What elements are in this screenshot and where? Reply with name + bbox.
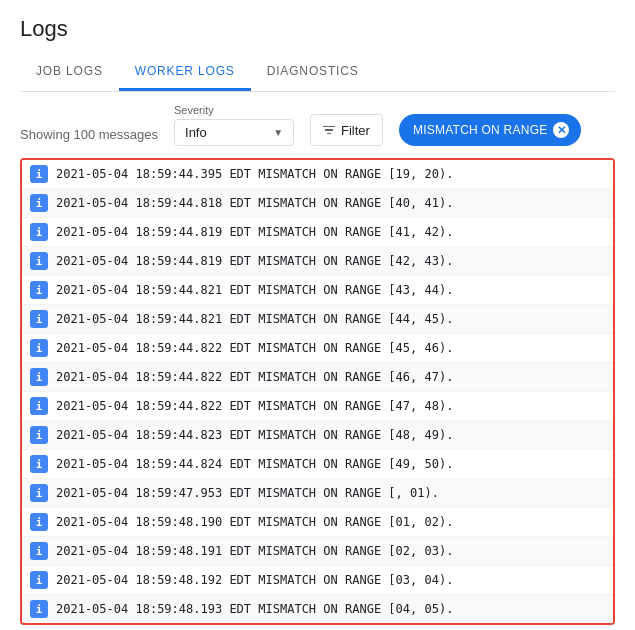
tab-diagnostics[interactable]: DIAGNOSTICS [251,54,375,91]
info-icon: i [30,194,48,212]
log-row: i2021-05-04 18:59:44.824 EDT MISMATCH ON… [22,450,613,479]
log-row: i2021-05-04 18:59:44.819 EDT MISMATCH ON… [22,218,613,247]
mismatch-badge: MISMATCH ON RANGE ✕ [399,114,582,146]
page-header: Logs JOB LOGS WORKER LOGS DIAGNOSTICS [0,0,635,92]
filter-icon [323,126,335,135]
log-row: i2021-05-04 18:59:48.190 EDT MISMATCH ON… [22,508,613,537]
log-entry-text: 2021-05-04 18:59:44.823 EDT MISMATCH ON … [56,428,453,442]
info-icon: i [30,339,48,357]
info-icon: i [30,368,48,386]
severity-label: Severity [174,104,294,116]
log-row: i2021-05-04 18:59:44.819 EDT MISMATCH ON… [22,247,613,276]
log-entry-text: 2021-05-04 18:59:44.818 EDT MISMATCH ON … [56,196,453,210]
info-icon: i [30,252,48,270]
log-entry-text: 2021-05-04 18:59:44.822 EDT MISMATCH ON … [56,341,453,355]
info-icon: i [30,165,48,183]
log-entry-text: 2021-05-04 18:59:44.822 EDT MISMATCH ON … [56,370,453,384]
info-icon: i [30,426,48,444]
log-entry-text: 2021-05-04 18:59:48.192 EDT MISMATCH ON … [56,573,453,587]
log-entry-text: 2021-05-04 18:59:47.953 EDT MISMATCH ON … [56,486,439,500]
severity-group: Severity Info ▼ [174,104,294,146]
log-entry-text: 2021-05-04 18:59:48.193 EDT MISMATCH ON … [56,602,453,616]
log-row: i2021-05-04 18:59:44.818 EDT MISMATCH ON… [22,189,613,218]
log-row: i2021-05-04 18:59:48.191 EDT MISMATCH ON… [22,537,613,566]
log-entry-text: 2021-05-04 18:59:48.190 EDT MISMATCH ON … [56,515,453,529]
filter-label: Filter [341,123,370,138]
log-row: i2021-05-04 18:59:47.953 EDT MISMATCH ON… [22,479,613,508]
log-row: i2021-05-04 18:59:44.823 EDT MISMATCH ON… [22,421,613,450]
showing-text: Showing 100 messages [20,127,158,146]
log-row: i2021-05-04 18:59:44.822 EDT MISMATCH ON… [22,392,613,421]
tabs-bar: JOB LOGS WORKER LOGS DIAGNOSTICS [20,54,615,92]
info-icon: i [30,484,48,502]
log-row: i2021-05-04 18:59:44.395 EDT MISMATCH ON… [22,160,613,189]
severity-value: Info [185,125,207,140]
info-icon: i [30,542,48,560]
log-row: i2021-05-04 18:59:48.192 EDT MISMATCH ON… [22,566,613,595]
info-icon: i [30,397,48,415]
info-icon: i [30,571,48,589]
tab-job-logs[interactable]: JOB LOGS [20,54,119,91]
info-icon: i [30,455,48,473]
log-row: i2021-05-04 18:59:44.822 EDT MISMATCH ON… [22,363,613,392]
mismatch-close-button[interactable]: ✕ [553,122,569,138]
log-entry-text: 2021-05-04 18:59:44.824 EDT MISMATCH ON … [56,457,453,471]
tab-worker-logs[interactable]: WORKER LOGS [119,54,251,91]
chevron-down-icon: ▼ [273,127,283,138]
log-entry-text: 2021-05-04 18:59:44.819 EDT MISMATCH ON … [56,254,453,268]
log-row: i2021-05-04 18:59:44.821 EDT MISMATCH ON… [22,305,613,334]
info-icon: i [30,281,48,299]
info-icon: i [30,310,48,328]
severity-select[interactable]: Info ▼ [174,119,294,146]
log-container: i2021-05-04 18:59:44.395 EDT MISMATCH ON… [20,158,615,625]
info-icon: i [30,513,48,531]
log-entry-text: 2021-05-04 18:59:44.821 EDT MISMATCH ON … [56,312,453,326]
info-icon: i [30,223,48,241]
log-entry-text: 2021-05-04 18:59:44.395 EDT MISMATCH ON … [56,167,453,181]
log-entry-text: 2021-05-04 18:59:44.819 EDT MISMATCH ON … [56,225,453,239]
info-icon: i [30,600,48,618]
log-entry-text: 2021-05-04 18:59:44.821 EDT MISMATCH ON … [56,283,453,297]
log-row: i2021-05-04 18:59:48.193 EDT MISMATCH ON… [22,595,613,623]
filter-button[interactable]: Filter [310,114,383,146]
mismatch-label: MISMATCH ON RANGE [413,123,548,137]
page-title: Logs [20,16,615,42]
log-entry-text: 2021-05-04 18:59:48.191 EDT MISMATCH ON … [56,544,453,558]
log-row: i2021-05-04 18:59:44.822 EDT MISMATCH ON… [22,334,613,363]
log-entry-text: 2021-05-04 18:59:44.822 EDT MISMATCH ON … [56,399,453,413]
toolbar: Showing 100 messages Severity Info ▼ Fil… [0,92,635,158]
log-row: i2021-05-04 18:59:44.821 EDT MISMATCH ON… [22,276,613,305]
